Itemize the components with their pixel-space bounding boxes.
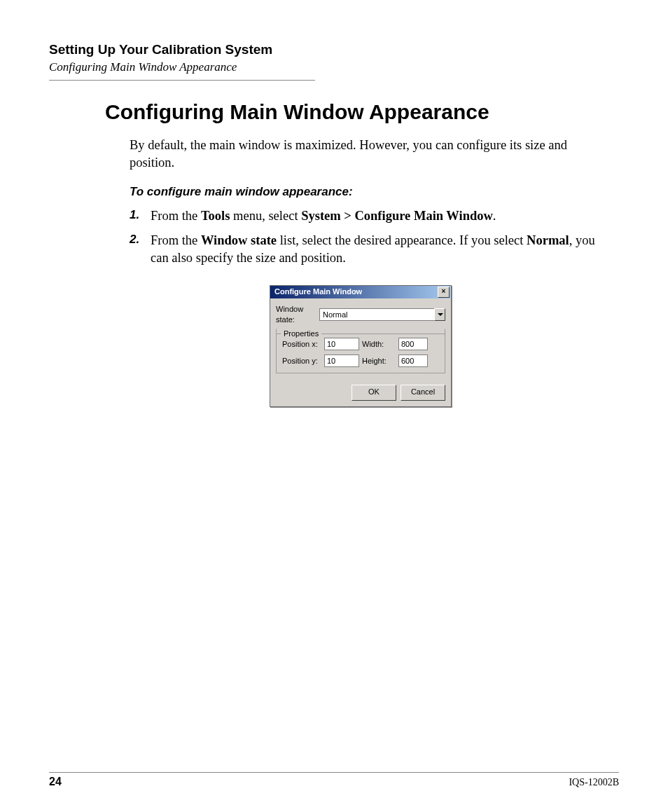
ok-button[interactable]: OK (352, 385, 396, 401)
text-run: From the (151, 233, 201, 247)
document-id: IQS-12002B (569, 777, 619, 788)
footer-rule (49, 772, 619, 773)
cancel-button[interactable]: Cancel (401, 385, 445, 401)
position-y-input[interactable]: 10 (324, 355, 359, 367)
step-number: 2. (130, 232, 151, 267)
dialog-titlebar[interactable]: Configure Main Window × (270, 286, 451, 298)
header-rule (49, 80, 315, 81)
configure-main-window-dialog: Configure Main Window × Window state: No… (270, 285, 452, 408)
chapter-title: Setting Up Your Calibration System (49, 42, 619, 57)
intro-paragraph: By default, the main window is maximized… (130, 137, 605, 172)
step-2: 2. From the Window state list, select th… (130, 232, 605, 267)
text-bold: System > Configure Main Window (301, 209, 493, 223)
window-state-combo[interactable]: Normal (319, 308, 445, 321)
procedure-label: To configure main window appearance: (130, 184, 605, 200)
chevron-down-icon[interactable] (434, 308, 445, 321)
text-run: list, select the desired appearance. If … (277, 233, 527, 247)
window-state-value[interactable]: Normal (319, 308, 434, 321)
height-label: Height: (362, 356, 393, 366)
width-input[interactable]: 800 (398, 338, 428, 350)
text-run: menu, select (230, 209, 301, 223)
text-bold: Tools (201, 209, 230, 223)
position-x-input[interactable]: 10 (324, 338, 359, 350)
dialog-title: Configure Main Window (274, 287, 362, 297)
page-number: 24 (49, 776, 62, 788)
step-text: From the Tools menu, select System > Con… (151, 207, 605, 225)
chapter-breadcrumb: Configuring Main Window Appearance (49, 60, 619, 74)
height-input[interactable]: 600 (398, 355, 428, 367)
text-bold: Normal (527, 233, 569, 247)
properties-group: Properties Position x: 10 Width: 800 Pos… (276, 329, 445, 373)
step-1: 1. From the Tools menu, select System > … (130, 207, 605, 225)
step-number: 1. (130, 207, 151, 225)
properties-legend: Properties (281, 329, 321, 339)
close-icon[interactable]: × (438, 287, 450, 298)
text-run: From the (151, 209, 201, 223)
position-y-label: Position y: (282, 356, 321, 366)
window-state-label: Window state: (276, 304, 319, 325)
step-text: From the Window state list, select the d… (151, 232, 605, 267)
text-run: . (493, 209, 496, 223)
section-heading: Configuring Main Window Appearance (105, 100, 619, 124)
text-bold: Window state (201, 233, 277, 247)
width-label: Width: (362, 339, 393, 350)
position-x-label: Position x: (282, 339, 321, 350)
